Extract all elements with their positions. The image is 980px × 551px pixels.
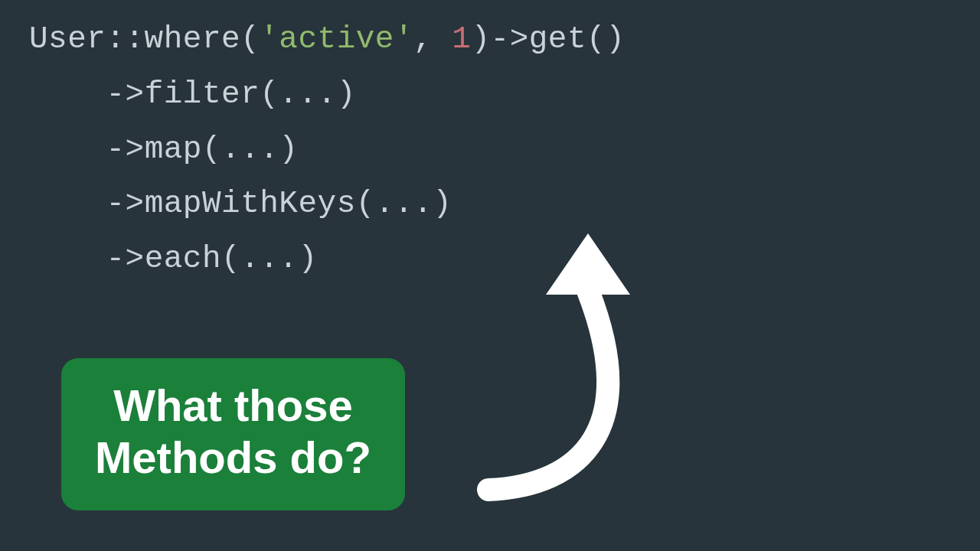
code-indent — [29, 77, 106, 112]
callout-line: What those — [95, 380, 371, 432]
code-token: , — [413, 21, 452, 57]
code-number: 1 — [452, 21, 471, 57]
code-token: )->get() — [471, 21, 625, 57]
code-line: ->filter(...) — [106, 77, 355, 112]
callout-line: Methods do? — [95, 432, 371, 484]
code-indent — [29, 241, 106, 276]
code-indent — [29, 186, 106, 221]
callout-box: What those Methods do? — [61, 358, 405, 510]
code-token: User::where( — [29, 21, 260, 57]
code-indent — [29, 132, 106, 167]
code-line: ->map(...) — [106, 132, 298, 167]
code-line: ->mapWithKeys(...) — [106, 186, 452, 221]
code-block: User::where('active', 1)->get() ->filter… — [29, 12, 625, 287]
code-line: ->each(...) — [106, 241, 317, 276]
code-string: 'active' — [260, 21, 413, 57]
